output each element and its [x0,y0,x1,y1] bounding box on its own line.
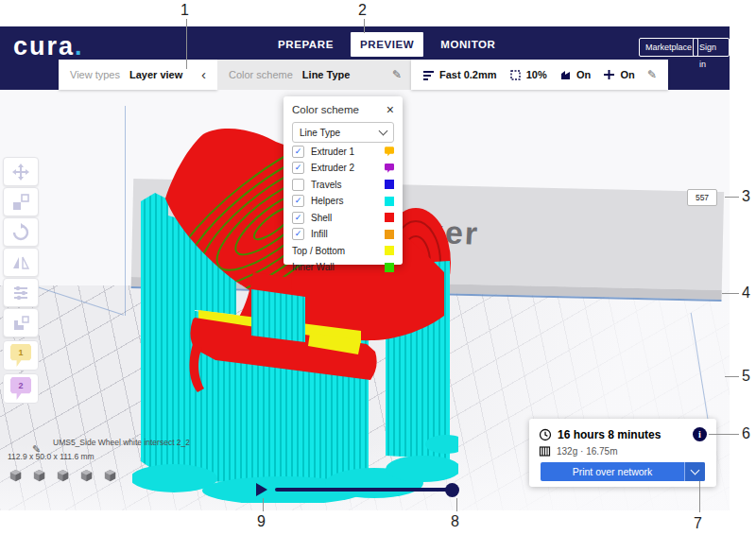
close-icon[interactable]: × [387,105,394,114]
checkbox-extruder-2[interactable]: ✓ [292,162,304,174]
marketplace-button[interactable]: Marketplace [639,38,698,57]
color-swatch-helpers [385,197,394,206]
annotation-3: 3 [742,188,750,205]
print-time: 16 hours 8 minutes [558,428,687,441]
annotation-6: 6 [742,425,750,442]
scale-tool-button[interactable] [3,187,39,216]
view-preset-right-icon[interactable] [102,468,118,484]
color-scheme-row-top-bottom: Top / Bottom [292,243,394,259]
color-scheme-row-helpers: ✓Helpers [292,194,394,210]
print-button-label: Print over network [541,466,684,477]
clock-icon [539,428,552,441]
extruder-1-button[interactable]: 1 [3,340,39,371]
annotation-2-line [364,19,365,33]
annotation-9-line [263,498,264,511]
mirror-tool-button[interactable] [3,248,39,277]
checkbox-shell[interactable]: ✓ [292,212,304,224]
signin-button[interactable]: Sign in [693,38,730,57]
row-label: Extruder 2 [311,163,385,173]
view-presets [8,468,190,484]
view-preset-top-icon[interactable] [55,468,71,484]
collapse-icon[interactable]: ‹ [201,70,206,79]
extruder-1-material-icon: 1 [10,344,31,367]
annotation-1: 1 [180,2,189,19]
buildvolume-edge-left [125,106,126,316]
view-types-value: Layer view [129,69,182,80]
infill-icon [509,69,522,81]
annotation-4: 4 [742,285,750,302]
annotation-9: 9 [257,513,266,530]
extruder-2-material-icon: 2 [10,377,31,400]
logo-dot: . [75,32,84,60]
cura-logo: cura. [13,32,84,61]
timeline-track[interactable] [275,488,453,492]
view-preset-front-icon[interactable] [31,468,47,484]
color-swatch-shell [385,213,394,222]
color-scheme-row-extruder-2: ✓Extruder 2 [292,161,394,177]
annotation-5-line [725,376,739,377]
annotation-6-line [709,434,739,435]
rotate-tool-button[interactable] [3,217,39,247]
move-tool-button[interactable] [3,157,39,186]
row-label: Infill [311,229,385,239]
extruder-2-button[interactable]: 2 [3,373,39,404]
color-scheme-row-inner-wall: Inner Wall [292,260,394,276]
checkbox-travels[interactable] [292,179,304,191]
extruder-swatch-extruder-2 [385,164,394,173]
annotation-1-line [186,19,187,69]
print-settings-panel[interactable]: Fast 0.2mm 10% On On ✎ [411,60,668,90]
move-icon [11,163,30,181]
print-over-network-button[interactable]: Print over network [541,462,705,481]
stage-tabs: PREPARE PREVIEW MONITOR [268,31,506,58]
color-swatch-inner-wall [385,263,394,272]
edit-pencil-icon[interactable]: ✎ [392,68,402,81]
layer-number-box[interactable]: 557 [687,189,717,206]
support-blocker-icon [11,314,30,333]
color-swatch-infill [385,230,394,239]
tab-prepare[interactable]: PREPARE [268,32,343,57]
info-icon[interactable]: i [693,427,707,441]
adhesion-value: On [620,69,634,80]
chevron-down-icon [691,466,700,475]
annotation-2: 2 [358,2,367,19]
annotation-8-line [456,498,457,511]
tab-monitor[interactable]: MONITOR [431,32,505,57]
print-options-chevron[interactable] [685,462,705,481]
view-preset-left-icon[interactable] [78,468,94,484]
scale-icon [11,193,30,212]
checkbox-extruder-1[interactable]: ✓ [292,146,304,158]
material-usage: 132g · 16.75m [557,446,618,457]
row-label: Extruder 1 [311,147,385,157]
view-types-panel[interactable]: View types Layer view ‹ [59,60,217,90]
color-scheme-panel[interactable]: Color scheme Line Type ✎ [217,60,411,90]
annotation-7-line [699,481,700,512]
color-scheme-value: Line Type [302,69,351,80]
rename-pencil-icon[interactable]: ✎ [32,443,41,456]
color-scheme-popup: Color scheme × Line Type ✓Extruder 1✓Ext… [284,96,403,265]
line-type-dropdown[interactable]: Line Type [292,122,394,143]
layer-height-icon [422,69,435,81]
support-front-block [251,289,305,342]
mirror-icon [11,253,30,272]
material-spool-icon [539,445,551,457]
color-scheme-label: Color scheme [229,69,293,80]
left-toolbar: 1 2 [3,157,39,404]
checkbox-helpers[interactable]: ✓ [292,195,304,207]
popup-title: Color scheme [292,104,359,115]
color-scheme-row-travels: Travels [292,177,394,193]
model-name: UMS5_Side Wheel white intersect 2_2 [53,438,190,447]
view-preset-3d-icon[interactable] [8,468,24,484]
play-button[interactable] [256,483,267,496]
color-scheme-row-extruder-1: ✓Extruder 1 [292,144,394,160]
infill-value: 10% [526,69,547,80]
checkbox-infill[interactable]: ✓ [292,228,304,240]
timeline-handle[interactable] [445,483,459,497]
per-model-settings-button[interactable] [3,278,39,307]
color-scheme-rows: ✓Extruder 1✓Extruder 2Travels✓Helpers✓Sh… [292,144,394,275]
edit-pencil-icon[interactable]: ✎ [647,68,657,81]
row-label: Top / Bottom [292,246,385,256]
color-swatch-top-bottom [385,246,394,255]
annotation-5: 5 [742,368,750,385]
tab-preview[interactable]: PREVIEW [351,32,423,57]
support-blocker-button[interactable] [3,308,39,337]
